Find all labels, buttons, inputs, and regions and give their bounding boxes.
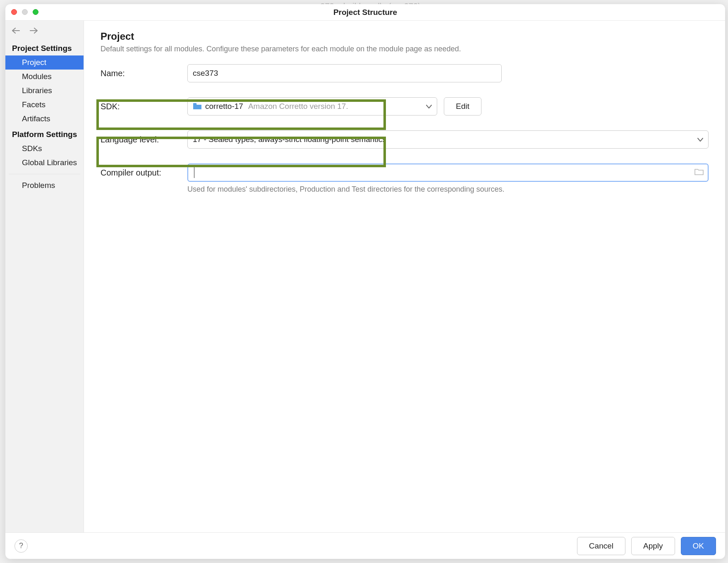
dialog-footer: ? Cancel Apply OK [5, 532, 725, 559]
ok-button[interactable]: OK [681, 537, 716, 555]
text-cursor [194, 167, 194, 178]
sidebar-item-project[interactable]: Project [5, 55, 84, 70]
name-label: Name: [101, 69, 187, 78]
dialog-body: Project Settings Project Modules Librari… [5, 21, 725, 532]
sdk-icon [193, 103, 202, 110]
language-level-row: Language level: 17 - Sealed types, alway… [101, 130, 709, 149]
sidebar-item-facets[interactable]: Facets [5, 98, 84, 112]
sdk-subtitle: Amazon Corretto version 17. [248, 102, 348, 111]
minimize-window-button [22, 9, 28, 15]
apply-button[interactable]: Apply [631, 537, 675, 555]
sidebar-item-global-libraries[interactable]: Global Libraries [5, 156, 84, 170]
compiler-output-hint: Used for modules' subdirectories, Produc… [187, 185, 505, 194]
sdk-name: corretto-17 [205, 102, 243, 111]
browse-folder-icon[interactable] [694, 168, 704, 178]
forward-arrow-icon[interactable] [29, 27, 38, 34]
sidebar-item-artifacts[interactable]: Artifacts [5, 112, 84, 126]
svg-rect-0 [193, 103, 196, 105]
sidebar-item-libraries[interactable]: Libraries [5, 84, 84, 98]
nav-arrows [5, 23, 84, 40]
project-name-input[interactable] [187, 64, 502, 82]
sidebar-item-modules[interactable]: Modules [5, 70, 84, 84]
compiler-output-input[interactable] [187, 164, 709, 182]
content-pane: Project Default settings for all modules… [84, 21, 725, 532]
traffic-lights [11, 9, 38, 15]
compiler-output-label: Compiler output: [101, 168, 187, 178]
fullscreen-window-button[interactable] [33, 9, 38, 15]
compiler-output-hint-row: Used for modules' subdirectories, Produc… [101, 185, 709, 194]
language-level-value: 17 - Sealed types, always-strict floatin… [193, 135, 386, 144]
chevron-down-icon [426, 102, 432, 111]
dialog-title: Project Structure [333, 8, 397, 17]
project-structure-dialog: Project Structure Project Settings Proje… [5, 4, 725, 559]
name-row: Name: [101, 64, 709, 82]
help-button[interactable]: ? [14, 539, 28, 553]
sdk-combobox[interactable]: corretto-17 Amazon Corretto version 17. [187, 97, 437, 115]
sidebar-section-platform: Platform Settings [5, 126, 84, 142]
compiler-output-row: Compiler output: [101, 164, 709, 182]
sidebar: Project Settings Project Modules Librari… [5, 21, 84, 532]
page-title: Project [101, 31, 709, 42]
chevron-down-icon [697, 135, 703, 144]
back-arrow-icon[interactable] [11, 27, 20, 34]
page-description: Default settings for all modules. Config… [101, 45, 709, 53]
sidebar-item-problems[interactable]: Problems [5, 178, 84, 192]
close-window-button[interactable] [11, 9, 17, 15]
language-level-label: Language level: [101, 135, 187, 144]
sdk-row: SDK: corretto-17 Amazon Corretto version… [101, 97, 709, 115]
sidebar-section-project: Project Settings [5, 40, 84, 55]
titlebar: Project Structure [5, 4, 725, 21]
sdk-label: SDK: [101, 102, 187, 111]
language-level-dropdown[interactable]: 17 - Sealed types, always-strict floatin… [187, 130, 709, 149]
edit-sdk-button[interactable]: Edit [444, 97, 481, 115]
sidebar-item-sdks[interactable]: SDKs [5, 142, 84, 156]
sidebar-divider [9, 174, 80, 174]
cancel-button[interactable]: Cancel [577, 537, 625, 555]
